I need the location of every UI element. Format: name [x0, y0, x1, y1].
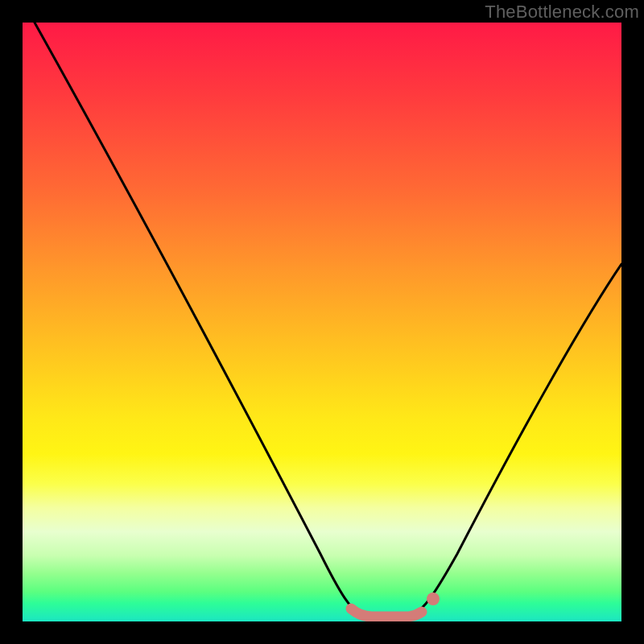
- chart-curve-layer: [23, 23, 621, 621]
- chart-frame: TheBottleneck.com: [0, 0, 644, 644]
- flat-segment-end-dot: [427, 592, 440, 605]
- flat-segment-highlight: [351, 609, 422, 617]
- bottleneck-curve: [35, 23, 621, 614]
- watermark-text: TheBottleneck.com: [485, 2, 639, 23]
